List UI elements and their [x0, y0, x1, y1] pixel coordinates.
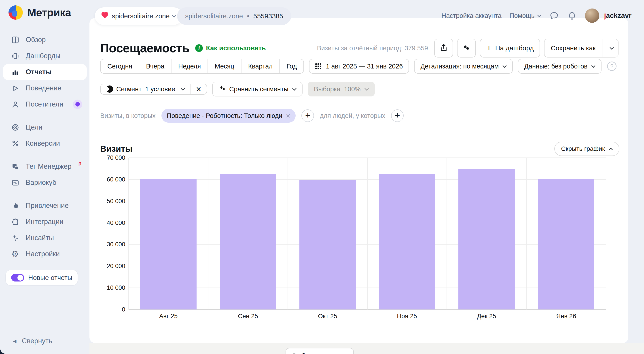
sidebar-item-label: Вариокуб [26, 179, 56, 187]
hide-chart-button[interactable]: Скрыть график [554, 142, 620, 156]
chevron-up-icon [609, 148, 613, 152]
sidebar-item-label: Посетители [26, 100, 63, 108]
add-to-dashboard-button[interactable]: + На дашборд [480, 39, 540, 58]
save-as-menu-button[interactable] [602, 39, 618, 57]
visits-in-label: Визиты, в которых [100, 112, 156, 120]
logo-text: Метрика [27, 7, 71, 19]
notifications-bell-icon[interactable] [567, 11, 577, 21]
chart-bar-4[interactable] [379, 174, 435, 309]
bottom-strip: Выберите цель [90, 343, 644, 354]
sidebar-item-label: Привлечение [26, 202, 69, 210]
segment-condition-chip[interactable]: Поведение · Роботность: Только люди × [162, 109, 296, 123]
new-reports-card[interactable]: Новые отчеты [5, 270, 78, 286]
date-range-button[interactable]: 1 авг 2025 — 31 янв 2026 [309, 59, 409, 74]
quotes-button[interactable] [457, 39, 476, 58]
sidebar-item-label: Тег Менеджер [26, 162, 72, 171]
save-as-split-button: Сохранить как [544, 39, 618, 58]
chevron-down-icon [181, 86, 185, 90]
sidebar-item-label: Интеграции [26, 218, 64, 226]
counter-info[interactable]: spidersolitaire.zone • 55593385 [177, 8, 291, 25]
period-tab-6[interactable]: Год [279, 59, 304, 73]
export-button[interactable] [434, 39, 453, 58]
person-icon [11, 100, 20, 109]
sidebar-item-attraction[interactable]: Привлечение [3, 198, 87, 214]
sidebar-item-label: Цели [26, 123, 42, 131]
sidebar-item-label: Конверсии [26, 139, 60, 147]
sidebar-item-tag-manager[interactable]: Тег Менеджерβ [3, 158, 87, 175]
username[interactable]: jackzavr [604, 12, 632, 20]
sidebar-item-integrations[interactable]: Интеграции [3, 214, 87, 230]
chat-icon[interactable] [549, 11, 559, 21]
avatar[interactable] [585, 9, 599, 23]
quotes-icon [462, 43, 471, 54]
sidebar-item-label: Отчеты [26, 68, 52, 76]
chart-header: Визиты Скрыть график [100, 142, 620, 156]
header-actions: Настройка аккаунта Помощь jackzavr [442, 7, 632, 25]
beta-badge: β [78, 161, 82, 166]
page-title: Посещаемость [100, 41, 190, 55]
period-tab-5[interactable]: Квартал [241, 59, 280, 73]
y-tick-label: 0 [90, 306, 125, 313]
help-menu[interactable]: Помощь [510, 12, 541, 20]
save-as-button[interactable]: Сохранить как [544, 39, 602, 57]
select-goal-button[interactable]: Выберите цель [286, 348, 354, 354]
notification-dot [73, 100, 82, 109]
chart-title: Визиты [100, 144, 132, 154]
y-tick-label: 50 000 [90, 198, 125, 205]
puzzle-icon [11, 217, 20, 226]
period-tab-4[interactable]: Месяц [208, 59, 241, 73]
sidebar-item-conversions[interactable]: Конверсии [3, 135, 87, 152]
collapse-sidebar-button[interactable]: ◀ Свернуть [13, 337, 52, 345]
bar-chart-icon [11, 68, 20, 77]
segment-clear-button[interactable]: × [190, 84, 206, 94]
add-visit-condition-button[interactable]: + [302, 109, 314, 122]
detalization-button[interactable]: Детализация: по месяцам [414, 59, 513, 74]
sidebar-item-variocube[interactable]: Вариокуб [3, 175, 87, 191]
compare-segments-button[interactable]: Сравнить сегменты [212, 82, 302, 97]
sidebar-item-insights[interactable]: Инсайты [3, 230, 87, 246]
title-row: Посещаемость i Как использовать Визиты з… [100, 39, 618, 58]
sidebar-item-visitors[interactable]: Посетители [3, 96, 87, 112]
chart-bar-6[interactable] [538, 179, 594, 309]
chevron-down-icon [343, 353, 347, 354]
chip-remove-icon[interactable]: × [286, 111, 290, 120]
metrika-logo-icon [8, 5, 23, 20]
percent-icon [11, 139, 20, 148]
account-settings-link[interactable]: Настройка аккаунта [442, 12, 501, 20]
chart-bar-2[interactable] [220, 174, 276, 309]
how-to-use-link[interactable]: i Как использовать [195, 44, 266, 52]
sidebar-item-label: Инсайты [26, 234, 54, 242]
segment-button[interactable]: Сегмент: 1 условие [100, 84, 190, 94]
x-tick-label: Дек 25 [464, 313, 509, 320]
data-mode-button[interactable]: Данные: без роботов [518, 59, 602, 74]
chevron-down-icon [503, 64, 507, 68]
sampling-button[interactable]: Выборка: 100% [308, 82, 375, 97]
new-reports-toggle[interactable] [11, 274, 24, 281]
chart-bar-1[interactable] [140, 179, 196, 309]
metrika-app: Метрика ОбзорДашбордыОтчетыПоведениеПосе… [0, 0, 644, 354]
new-reports-label: Новые отчеты [28, 274, 72, 281]
period-tab-2[interactable]: Вчера [139, 59, 171, 73]
period-tab-3[interactable]: Неделя [171, 59, 208, 73]
sidebar-item-behavior[interactable]: Поведение [3, 80, 87, 96]
counter-switcher[interactable]: spidersolitaire.zone [95, 8, 183, 25]
chevron-down-icon [610, 46, 614, 50]
logo[interactable]: Метрика [8, 5, 71, 20]
sidebar-item-goals[interactable]: Цели [3, 119, 87, 135]
chart-bar-5[interactable] [458, 169, 515, 309]
main-content: Посещаемость i Как использовать Визиты з… [90, 18, 628, 343]
sidebar-item-overview[interactable]: Обзор [3, 32, 87, 48]
flame-icon [11, 201, 20, 210]
period-tab-1[interactable]: Сегодня [100, 59, 139, 73]
sidebar-item-reports[interactable]: Отчеты [3, 64, 87, 80]
chart-bar-3[interactable] [300, 180, 356, 309]
y-tick-label: 70 000 [90, 154, 125, 161]
help-question-icon[interactable]: ? [607, 62, 616, 71]
sidebar-item-dashboards[interactable]: Дашборды [3, 48, 87, 64]
sidebar-item-settings[interactable]: ⚙Настройки [3, 246, 87, 262]
add-people-condition-button[interactable]: + [391, 109, 404, 122]
gridline-v [128, 158, 129, 309]
y-tick-label: 40 000 [90, 219, 125, 226]
grid-icon [11, 35, 20, 44]
gear-icon: ⚙ [11, 249, 20, 258]
